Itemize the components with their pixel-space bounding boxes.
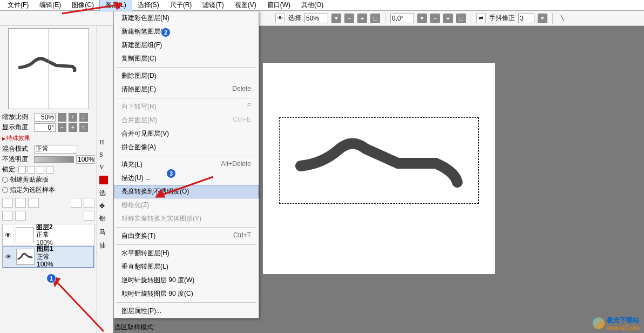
lock-all-icon[interactable] [46, 166, 53, 174]
zoom-reset[interactable]: □ [79, 113, 88, 122]
blend-select[interactable] [34, 145, 77, 154]
bucket-icon[interactable] [71, 198, 82, 208]
layer-item[interactable]: 👁 图层2 正常 100% [3, 224, 94, 246]
lock-label: 锁定: [2, 165, 17, 174]
select-zoom-input[interactable] [304, 14, 328, 23]
new-pen-layer-icon[interactable] [15, 198, 26, 208]
move-icon[interactable]: ✥ [99, 202, 111, 210]
menu-view[interactable]: 视图(V) [229, 0, 262, 11]
zoom-label: 缩放比例 [2, 112, 32, 122]
annotation-3: 3 [166, 169, 176, 178]
flip-icon[interactable]: ⇄ [476, 14, 486, 23]
svg-line-4 [52, 277, 104, 331]
merge-down-icon[interactable] [2, 211, 13, 221]
minus-btn[interactable]: − [344, 14, 354, 23]
menu-item: 对称实像转换为实体图形(Y) [114, 212, 259, 225]
lock-move-icon[interactable] [37, 166, 44, 174]
reset-btn[interactable]: □ [370, 14, 380, 23]
menu-window[interactable]: 窗口(W) [262, 0, 296, 11]
visibility-toggle[interactable]: 👁 [3, 224, 13, 245]
color-swatch[interactable] [99, 176, 108, 184]
stabilizer-label: 手抖修正 [489, 14, 515, 23]
blend-label: 混合模式 [2, 144, 32, 154]
menu-other[interactable]: 其他(O) [296, 0, 329, 11]
canvas[interactable] [263, 63, 495, 274]
rotate-minus[interactable]: − [430, 14, 440, 23]
angle-value[interactable]: 0° [34, 123, 56, 132]
stabilizer-input[interactable] [518, 14, 534, 23]
watermark-logo-icon [593, 317, 605, 329]
rotate-reset[interactable]: □ [456, 14, 466, 23]
sel-radio[interactable] [2, 187, 8, 193]
angle-reset[interactable]: □ [79, 123, 88, 132]
eye-icon[interactable]: 👁 [275, 14, 285, 23]
menu-file[interactable]: 文件(F) [2, 0, 34, 11]
menu-select[interactable]: 选择(S) [132, 0, 165, 11]
menu-filter[interactable]: 滤镜(T) [197, 0, 229, 11]
annotation-2: 2 [161, 28, 171, 37]
menu-item[interactable]: 新建图层组(F) [114, 38, 259, 52]
bottom-label: 选区取样模式: [114, 323, 155, 332]
lock-pixel-icon[interactable] [18, 166, 26, 174]
delete-layer-icon[interactable] [84, 198, 94, 208]
line-tool-icon[interactable]: ╲ [558, 14, 567, 23]
menu-item[interactable]: 删除图层(D) [114, 69, 259, 83]
menu-item[interactable]: 新建彩色图层(N) [114, 11, 259, 25]
rotate-input[interactable] [390, 14, 414, 23]
new-layer-icon[interactable] [2, 198, 13, 208]
mid-char: 铝 [99, 214, 111, 223]
layer-thumbnail [16, 227, 34, 243]
mid-char: 油 [99, 241, 111, 250]
menu-item[interactable]: 自由变换(T)Ctrl+T [114, 229, 259, 243]
menu-item[interactable]: 垂直翻转图层(L) [114, 260, 259, 274]
zoom-value[interactable]: 50% [34, 113, 56, 122]
menu-item[interactable]: 清除图层(E)Delete [114, 83, 259, 96]
mask-icon[interactable] [28, 198, 39, 208]
layer-name: 图层2 [36, 223, 53, 231]
select-label: 选择 [288, 14, 301, 23]
plus-btn[interactable]: + [357, 14, 367, 23]
zoom-plus[interactable]: + [69, 113, 77, 122]
sel-label: 指定为选区样本 [10, 185, 55, 195]
opacity-label: 不透明度 [2, 155, 32, 164]
angle-plus[interactable]: + [69, 123, 77, 132]
menu-item[interactable]: 顺时针旋转图层 90 度(C) [114, 287, 259, 301]
dropdown-btn[interactable]: ▾ [331, 14, 341, 23]
menu-item[interactable]: 新建钢笔图层(I) [114, 25, 259, 38]
layer-mode: 正常 [36, 231, 53, 238]
mid-char: 选 [99, 189, 111, 198]
sat-label: S [99, 151, 111, 159]
opacity-value: 100% [76, 155, 94, 164]
clip-radio[interactable] [2, 177, 8, 183]
opacity-slider[interactable] [34, 156, 74, 163]
layer-menu-dropdown: 新建彩色图层(N)新建钢笔图层(I)新建图层组(F)复制图层(C)删除图层(D)… [113, 11, 259, 318]
menu-item[interactable]: 复制图层(C) [114, 52, 259, 65]
menu-item[interactable]: 合并可见图层(V) [114, 127, 259, 141]
angle-minus[interactable]: − [58, 123, 66, 132]
zoom-minus[interactable]: − [58, 113, 66, 122]
trash-icon[interactable] [84, 211, 94, 221]
stabilizer-dropdown[interactable]: ▾ [538, 14, 547, 23]
effects-collapse[interactable]: 特殊效果 [2, 134, 94, 142]
menu-item[interactable]: 逆时针旋转图层 90 度(W) [114, 274, 259, 287]
svg-marker-3 [157, 190, 164, 197]
menu-item[interactable]: 水平翻转图层(H) [114, 247, 259, 260]
menu-item[interactable]: 填充(L)Alt+Delete [114, 158, 259, 171]
navigator-thumb[interactable] [8, 28, 89, 109]
clear-icon[interactable] [15, 211, 26, 221]
menu-item[interactable]: 图层属性(P)... [114, 304, 259, 318]
lock-alpha-icon[interactable] [28, 166, 35, 174]
rotate-plus[interactable]: + [443, 14, 453, 23]
mid-char: 马 [99, 228, 111, 237]
watermark: 极光下载站 www.xz7.com [593, 316, 640, 331]
menu-item: 向下转写(R)F [114, 100, 259, 114]
svg-line-0 [62, 4, 121, 14]
svg-marker-1 [115, 3, 121, 9]
hue-label: H [99, 138, 111, 146]
menu-ruler[interactable]: 尺子(R) [165, 0, 198, 11]
visibility-toggle[interactable]: 👁 [3, 247, 14, 267]
watermark-name: 极光下载站 [607, 316, 640, 325]
rotate-dropdown[interactable]: ▾ [417, 14, 427, 23]
val-label: V [99, 163, 111, 171]
menu-item[interactable]: 拼合图像(A) [114, 141, 259, 154]
